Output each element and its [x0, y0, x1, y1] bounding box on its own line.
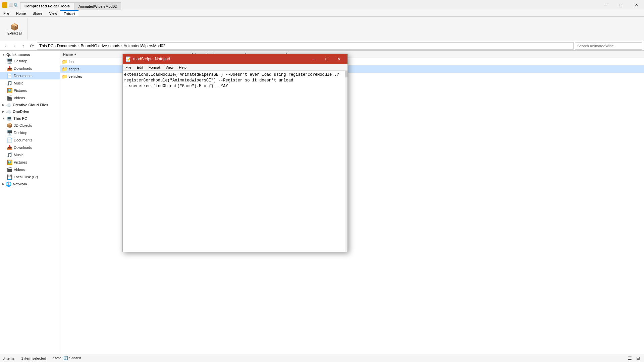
- music2-icon: 🎵: [7, 152, 12, 158]
- creative-cloud-chevron: ▶: [2, 103, 4, 107]
- documents2-icon: 📄: [7, 137, 12, 143]
- network-label: Network: [13, 182, 27, 186]
- notepad-menu-view[interactable]: View: [163, 65, 176, 70]
- notepad-menu-file[interactable]: File: [123, 65, 134, 70]
- music-icon: 🎵: [7, 80, 12, 86]
- sidebar-item-videos[interactable]: 🎬 Videos: [0, 94, 60, 102]
- network-icon: 🌐: [6, 181, 11, 187]
- ribbon-tabs: File Home Share View Extract: [0, 10, 644, 17]
- ribbon-tab-home[interactable]: Home: [13, 10, 29, 16]
- pictures-icon: 🖼️: [7, 88, 12, 93]
- tab-compressed-folder-tools[interactable]: Compressed Folder Tools: [20, 2, 74, 10]
- sidebar-item-videos2[interactable]: 🎬 Videos: [0, 166, 60, 173]
- onedrive-icon: ☁️: [6, 109, 11, 114]
- title-bar: ⬜🗜️ Compressed Folder Tools AnimatedWipe…: [0, 0, 644, 10]
- notepad-menu-help[interactable]: Help: [176, 65, 189, 70]
- breadcrumb-this-pc[interactable]: This PC: [39, 44, 54, 48]
- folder-icon-lua: 📁: [62, 59, 67, 64]
- sidebar-item-pictures[interactable]: 🖼️ Pictures: [0, 87, 60, 94]
- folder-icon-vehicles: 📁: [62, 74, 67, 79]
- large-icons-button[interactable]: ⊞: [635, 355, 641, 362]
- close-button[interactable]: ✕: [629, 0, 644, 10]
- notepad-maximize-button[interactable]: □: [321, 54, 333, 64]
- ribbon-tab-extract[interactable]: Extract: [60, 10, 78, 16]
- title-bar-tabs: Compressed Folder Tools AnimatedWipersMo…: [20, 0, 598, 10]
- documents-label: Documents: [14, 74, 33, 78]
- refresh-button[interactable]: ⟳: [28, 42, 36, 50]
- notepad-titlebar: 📝 modScript - Notepad ─ □ ✕: [123, 54, 347, 64]
- search-input[interactable]: [577, 44, 640, 48]
- sidebar-item-3d-objects[interactable]: 📦 3D Objects: [0, 122, 60, 129]
- ribbon-tab-file[interactable]: File: [0, 10, 13, 16]
- documents-icon: 📄: [7, 73, 12, 78]
- tab-animated-wipers[interactable]: AnimatedWipersMod02: [74, 2, 121, 10]
- breadcrumb-documents[interactable]: Documents: [57, 44, 77, 48]
- title-bar-left: ⬜🗜️: [0, 2, 20, 8]
- sidebar-item-pictures2[interactable]: 🖼️ Pictures: [0, 159, 60, 166]
- notepad-menu-edit[interactable]: Edit: [134, 65, 146, 70]
- status-bar: 3 items 1 item selected State: 🔄 Shared …: [0, 354, 644, 362]
- back-button[interactable]: ‹: [2, 42, 9, 50]
- sidebar-section-quick-access[interactable]: ▼ Quick access: [0, 52, 60, 57]
- details-view-button[interactable]: ☰: [627, 355, 633, 362]
- desktop-icon: 🖥️: [7, 58, 12, 64]
- notepad-editor[interactable]: extensions.loadModule("AnimatedWipersGE"…: [123, 71, 345, 252]
- sidebar-item-downloads2[interactable]: 📥 Downloads: [0, 144, 60, 151]
- ribbon-tab-view[interactable]: View: [46, 10, 60, 16]
- documents2-label: Documents: [14, 138, 33, 142]
- notepad-scrollbar[interactable]: [345, 71, 347, 252]
- sidebar-section-onedrive[interactable]: ▶ ☁️ OneDrive: [0, 108, 60, 115]
- notepad-window: 📝 modScript - Notepad ─ □ ✕ File Edit Fo…: [122, 54, 348, 252]
- maximize-button[interactable]: □: [613, 0, 629, 10]
- breadcrumb-beamng[interactable]: BeamNG.drive: [80, 44, 107, 48]
- local-disk-icon: 💾: [7, 174, 12, 180]
- sidebar-item-desktop[interactable]: 🖥️ Desktop: [0, 57, 60, 65]
- local-disk-label: Local Disk (C:): [14, 175, 38, 179]
- app-icon: [2, 2, 7, 8]
- downloads-icon: 📥: [7, 66, 12, 71]
- forward-button[interactable]: ›: [11, 42, 18, 50]
- extract-all-button[interactable]: 📦 Extract all: [5, 21, 25, 37]
- pictures2-icon: 🖼️: [7, 160, 12, 165]
- videos2-icon: 🎬: [7, 167, 12, 172]
- breadcrumb[interactable]: This PC › Documents › BeamNG.drive › mod…: [37, 42, 574, 50]
- this-pc-icon: 💻: [6, 116, 12, 121]
- file-name-scripts: scripts: [69, 67, 79, 71]
- minimize-button[interactable]: ─: [598, 0, 613, 10]
- pictures-label: Pictures: [14, 88, 27, 93]
- this-pc-label: This PC: [13, 116, 27, 120]
- ribbon-tab-share[interactable]: Share: [29, 10, 46, 16]
- address-bar: ‹ › ↑ ⟳ This PC › Documents › BeamNG.dri…: [0, 41, 644, 51]
- sidebar-section-creative-cloud[interactable]: ▶ ☁️ Creative Cloud Files: [0, 102, 60, 108]
- sidebar-section-network[interactable]: ▶ 🌐 Network: [0, 181, 60, 187]
- notepad-menu-format[interactable]: Format: [146, 65, 163, 70]
- selected-count: 1 item selected: [21, 356, 46, 360]
- state-label: State: 🔄 Shared: [53, 356, 81, 360]
- desktop-label: Desktop: [14, 59, 27, 63]
- sidebar-item-downloads[interactable]: 📥 Downloads: [0, 65, 60, 72]
- view-controls: ☰ ⊞: [627, 355, 641, 362]
- ribbon-group-extract: 📦 Extract all: [2, 18, 28, 40]
- sidebar-item-documents2[interactable]: 📄 Documents: [0, 136, 60, 144]
- ribbon: File Home Share View Extract 📦 Extract a…: [0, 10, 644, 41]
- notepad-editor-area: extensions.loadModule("AnimatedWipersGE"…: [123, 71, 347, 252]
- sidebar-item-music[interactable]: 🎵 Music: [0, 79, 60, 87]
- file-name-lua: lua: [69, 60, 74, 64]
- sidebar-section-this-pc[interactable]: ▼ 💻 This PC: [0, 115, 60, 122]
- desktop2-icon: 🖥️: [7, 130, 12, 135]
- sidebar-item-documents[interactable]: 📄 Documents: [0, 72, 60, 79]
- videos-icon: 🎬: [7, 95, 12, 101]
- sidebar-item-music2[interactable]: 🎵 Music: [0, 151, 60, 159]
- folder-icon-scripts: 📁: [62, 66, 67, 72]
- breadcrumb-animatedwipers[interactable]: AnimatedWipersMod02: [123, 44, 165, 48]
- breadcrumb-mods[interactable]: mods: [110, 44, 120, 48]
- pictures2-label: Pictures: [14, 160, 27, 164]
- sidebar-item-desktop2[interactable]: 🖥️ Desktop: [0, 129, 60, 136]
- notepad-close-button[interactable]: ✕: [333, 54, 345, 64]
- sidebar-item-local-disk[interactable]: 💾 Local Disk (C:): [0, 173, 60, 181]
- videos2-label: Videos: [14, 168, 25, 172]
- downloads2-icon: 📥: [7, 145, 12, 150]
- notepad-minimize-button[interactable]: ─: [309, 54, 321, 64]
- up-button[interactable]: ↑: [19, 42, 27, 50]
- search-box[interactable]: [575, 42, 642, 50]
